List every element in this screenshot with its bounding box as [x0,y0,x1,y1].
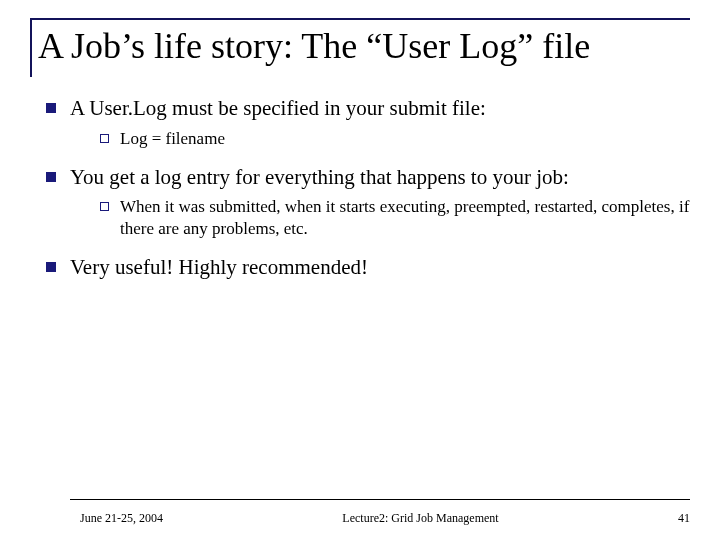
sub-bullet-text: Log = filename [120,129,225,148]
bullet-item: Very useful! Highly recommended! [46,254,690,280]
footer-lecture: Lecture2: Grid Job Management [163,511,678,526]
bullet-text: You get a log entry for everything that … [70,165,569,189]
bullet-item: You get a log entry for everything that … [46,164,690,240]
footer-date: June 21-25, 2004 [80,511,163,526]
slide-title: A Job’s life story: The “User Log” file [38,26,690,67]
bullet-item: A User.Log must be specified in your sub… [46,95,690,149]
slide-content: A User.Log must be specified in your sub… [30,95,690,280]
sub-bullet-text: When it was submitted, when it starts ex… [120,197,689,238]
footer: June 21-25, 2004 Lecture2: Grid Job Mana… [0,511,720,526]
bullet-text: Very useful! Highly recommended! [70,255,368,279]
sub-bullet-item: When it was submitted, when it starts ex… [100,196,690,240]
sub-bullet-list: When it was submitted, when it starts ex… [70,196,690,240]
sub-bullet-item: Log = filename [100,128,690,150]
footer-rule [70,499,690,500]
bullet-list: A User.Log must be specified in your sub… [36,95,690,280]
slide: A Job’s life story: The “User Log” file … [0,0,720,540]
title-block: A Job’s life story: The “User Log” file [30,18,690,77]
bullet-text: A User.Log must be specified in your sub… [70,96,486,120]
footer-page-number: 41 [678,511,690,526]
sub-bullet-list: Log = filename [70,128,690,150]
